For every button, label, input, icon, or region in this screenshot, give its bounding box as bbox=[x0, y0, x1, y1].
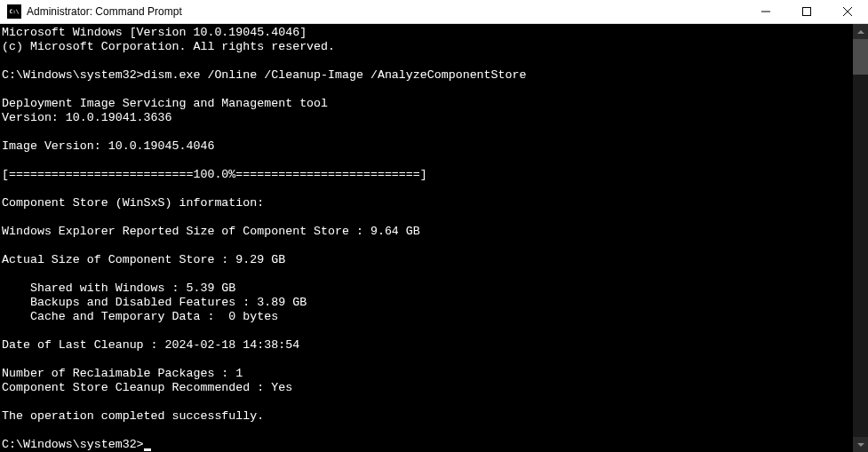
scrollbar[interactable] bbox=[853, 24, 868, 452]
scroll-down-button[interactable] bbox=[853, 437, 868, 452]
svg-rect-1 bbox=[803, 8, 811, 16]
minimize-button[interactable] bbox=[745, 0, 786, 23]
command-prompt-window: C:\ Administrator: Command Prompt Micros… bbox=[0, 0, 868, 452]
scroll-up-button[interactable] bbox=[853, 24, 868, 39]
window-controls bbox=[745, 0, 868, 23]
close-button[interactable] bbox=[827, 0, 868, 23]
scroll-thumb[interactable] bbox=[853, 39, 868, 75]
maximize-button[interactable] bbox=[786, 0, 827, 23]
titlebar[interactable]: C:\ Administrator: Command Prompt bbox=[0, 0, 868, 24]
svg-marker-5 bbox=[857, 443, 864, 447]
cmd-icon: C:\ bbox=[7, 4, 21, 19]
window-title: Administrator: Command Prompt bbox=[27, 5, 745, 18]
terminal-area: Microsoft Windows [Version 10.0.19045.40… bbox=[0, 24, 868, 452]
terminal-cursor bbox=[144, 448, 151, 451]
svg-marker-4 bbox=[857, 30, 864, 34]
terminal-output[interactable]: Microsoft Windows [Version 10.0.19045.40… bbox=[0, 24, 853, 452]
